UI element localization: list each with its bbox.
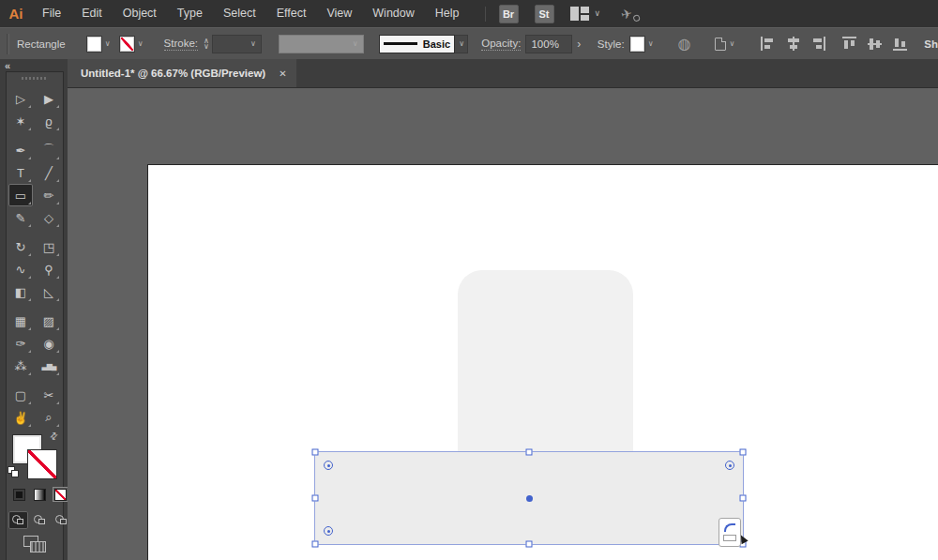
menu-window[interactable]: Window bbox=[362, 0, 424, 27]
selection-handle-bottom-center[interactable] bbox=[526, 541, 533, 548]
color-button[interactable] bbox=[11, 487, 27, 502]
tab-close-icon[interactable]: ✕ bbox=[279, 68, 286, 79]
align-top-icon[interactable] bbox=[842, 37, 856, 51]
artboard-tool[interactable]: ▢ bbox=[8, 384, 33, 406]
mesh-tool[interactable]: ▦ bbox=[8, 310, 33, 332]
perspective-grid-tool[interactable]: ◺ bbox=[37, 280, 61, 303]
selection-tool-icon: ▷ bbox=[16, 92, 25, 106]
opacity-expander-icon[interactable]: › bbox=[572, 35, 586, 53]
selected-rectangle-shape[interactable] bbox=[314, 451, 744, 545]
change-screen-mode-icon[interactable] bbox=[22, 536, 52, 556]
menu-bar: Ai File Edit Object Type Select Effect V… bbox=[0, 0, 938, 27]
selection-handle-top-center[interactable] bbox=[526, 449, 533, 456]
gradient-tool[interactable]: ▨ bbox=[37, 310, 61, 332]
collapse-panel-icon[interactable]: « bbox=[5, 60, 10, 71]
menu-help[interactable]: Help bbox=[425, 0, 470, 27]
brush-definition-select[interactable]: Basic bbox=[379, 35, 455, 53]
opacity-label[interactable]: Opacity: bbox=[481, 38, 521, 51]
hand-tool[interactable]: ✌ bbox=[8, 406, 33, 429]
zoom-tool[interactable]: ⌕ bbox=[37, 406, 61, 429]
menu-effect[interactable]: Effect bbox=[266, 0, 317, 27]
workspace-chevron-icon[interactable]: ∨ bbox=[595, 9, 601, 18]
line-segment-tool[interactable]: ╱ bbox=[37, 161, 61, 184]
paintbrush-tool[interactable]: ✏ bbox=[37, 184, 61, 206]
canvas[interactable] bbox=[68, 87, 938, 560]
lasso-tool[interactable]: ϱ bbox=[37, 110, 61, 132]
stroke-weight-label[interactable]: Stroke: bbox=[164, 38, 198, 51]
gradient-button[interactable] bbox=[32, 487, 48, 502]
curvature-tool[interactable]: ⌒ bbox=[37, 139, 61, 161]
selection-handle-top-left[interactable] bbox=[312, 449, 319, 456]
control-bar-grip[interactable] bbox=[7, 34, 9, 54]
workspace-switcher-icon[interactable] bbox=[570, 7, 589, 21]
column-graph-tool[interactable]: ▃▆▄ bbox=[37, 355, 61, 377]
graphic-styles-panel-button[interactable]: St bbox=[535, 5, 554, 23]
pen-tool[interactable]: ✒ bbox=[8, 139, 33, 161]
type-tool[interactable]: T bbox=[8, 161, 33, 184]
rotate-tool[interactable]: ↻ bbox=[8, 235, 33, 258]
puppet-warp-tool[interactable]: ⚲ bbox=[37, 258, 61, 280]
menu-edit[interactable]: Edit bbox=[71, 0, 113, 27]
document-setup-button[interactable]: ∨ bbox=[715, 38, 736, 51]
selection-handle-top-right[interactable] bbox=[740, 449, 747, 456]
magic-wand-tool[interactable]: ✶ bbox=[8, 110, 33, 132]
document-tab[interactable]: Untitled-1* @ 66.67% (RGB/Preview) ✕ bbox=[68, 59, 296, 87]
fill-chevron-icon[interactable]: ∨ bbox=[105, 39, 111, 48]
selection-handle-middle-right[interactable] bbox=[740, 495, 747, 502]
center-point[interactable] bbox=[526, 495, 533, 502]
menu-select[interactable]: Select bbox=[213, 0, 266, 27]
brushes-panel-button[interactable]: Br bbox=[499, 5, 519, 23]
magic-wand-tool-icon: ✶ bbox=[16, 114, 26, 129]
draw-behind-icon[interactable] bbox=[30, 511, 50, 529]
shaper-tool[interactable]: ✎ bbox=[8, 206, 33, 229]
corner-widget-top-right[interactable] bbox=[725, 461, 734, 470]
stepper-down-icon[interactable]: ∨ bbox=[204, 44, 209, 50]
stroke-chevron-icon[interactable]: ∨ bbox=[138, 39, 144, 48]
symbol-sprayer-tool[interactable]: ⁂ bbox=[8, 355, 33, 377]
sync-settings-icon[interactable]: ✈ bbox=[620, 5, 634, 22]
menu-file[interactable]: File bbox=[32, 0, 71, 27]
selection-handle-middle-left[interactable] bbox=[312, 495, 319, 502]
brush-chevron-icon[interactable]: ∨ bbox=[455, 35, 468, 53]
align-left-icon[interactable] bbox=[761, 37, 775, 51]
slice-tool[interactable]: ✂ bbox=[37, 384, 61, 406]
menu-view[interactable]: View bbox=[316, 0, 362, 27]
draw-normal-icon[interactable] bbox=[8, 511, 28, 529]
width-tool-icon: ∿ bbox=[16, 263, 26, 277]
scale-tool[interactable]: ◳ bbox=[37, 235, 61, 258]
rounded-rectangle-shape[interactable] bbox=[458, 270, 633, 458]
align-right-icon[interactable] bbox=[811, 37, 825, 51]
width-tool[interactable]: ∿ bbox=[8, 258, 33, 280]
rectangle-tool[interactable]: ▭ bbox=[8, 184, 33, 206]
stroke-weight-chevron-icon[interactable]: ∨ bbox=[250, 39, 256, 48]
style-chevron-icon[interactable]: ∨ bbox=[648, 39, 654, 48]
stroke-indicator-swatch[interactable] bbox=[27, 449, 57, 479]
eyedropper-tool[interactable]: ✑ bbox=[8, 332, 33, 355]
stroke-weight-select[interactable]: ∨ bbox=[212, 35, 262, 53]
align-horizontal-center-icon[interactable] bbox=[786, 37, 800, 51]
fill-color-swatch[interactable] bbox=[86, 36, 102, 53]
swap-fill-stroke-icon[interactable]: ⇄ bbox=[47, 430, 60, 443]
selection-handle-bottom-left[interactable] bbox=[312, 541, 319, 548]
fill-stroke-indicator: ⇄ bbox=[7, 432, 65, 485]
blend-tool[interactable]: ◉ bbox=[37, 332, 61, 355]
selection-tool[interactable]: ▷ bbox=[8, 87, 33, 110]
none-button[interactable] bbox=[53, 487, 68, 502]
stroke-color-swatch[interactable] bbox=[119, 36, 135, 53]
shape-builder-tool-icon: ◧ bbox=[15, 285, 26, 299]
menu-object[interactable]: Object bbox=[113, 0, 167, 27]
eraser-tool[interactable]: ◇ bbox=[37, 206, 61, 229]
corner-widget-bottom-left[interactable] bbox=[324, 526, 333, 536]
direct-selection-tool[interactable]: ▶ bbox=[37, 87, 61, 110]
panel-grip[interactable] bbox=[22, 77, 48, 80]
menu-type[interactable]: Type bbox=[167, 0, 213, 27]
stroke-weight-stepper[interactable]: ∧ ∨ bbox=[204, 38, 209, 50]
align-bottom-icon[interactable] bbox=[893, 37, 907, 51]
default-fill-stroke-icon[interactable] bbox=[8, 466, 21, 477]
app-logo[interactable]: Ai bbox=[0, 6, 32, 22]
graphic-style-swatch[interactable] bbox=[629, 36, 645, 53]
opacity-input[interactable]: 100% bbox=[525, 35, 571, 53]
align-vertical-center-icon[interactable] bbox=[868, 37, 882, 51]
corner-widget-top-left[interactable] bbox=[324, 461, 333, 470]
shape-builder-tool[interactable]: ◧ bbox=[8, 280, 33, 303]
